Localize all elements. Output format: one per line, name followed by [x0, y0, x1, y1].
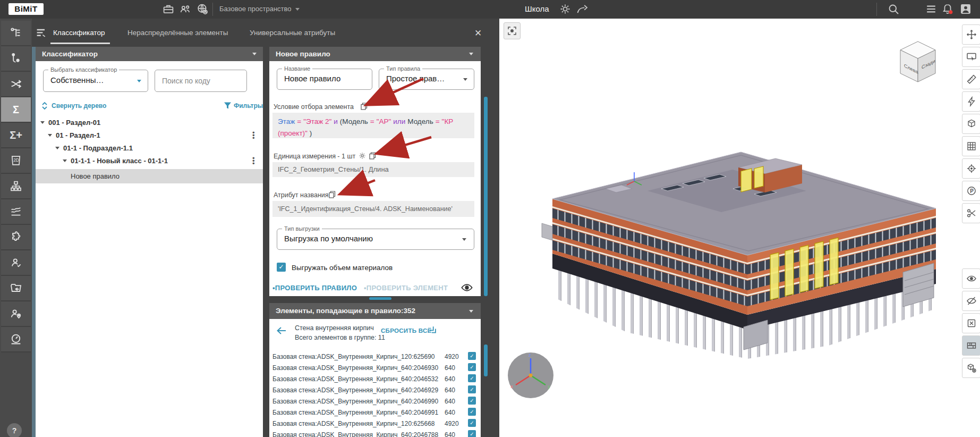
building-model[interactable]	[531, 138, 951, 372]
filters-link[interactable]: Фильтры	[234, 102, 263, 110]
kebab-menu-icon[interactable]: •••	[252, 131, 255, 139]
lightning-icon[interactable]	[962, 91, 980, 112]
collapse-menu-icon[interactable]	[35, 27, 48, 39]
grid-table-icon[interactable]	[962, 136, 980, 156]
classifier-panel-header[interactable]: Классификатор	[36, 47, 263, 61]
element-checkbox[interactable]: ✓	[468, 419, 476, 427]
collapse-tree-link[interactable]: Свернуть дерево	[52, 102, 106, 110]
chevron-down-icon[interactable]	[295, 8, 300, 11]
copy-icon[interactable]	[361, 103, 368, 110]
elements-panel-scrollbar[interactable]	[484, 344, 488, 376]
copy-icon[interactable]	[329, 191, 336, 198]
tree-caret-icon[interactable]	[48, 134, 52, 137]
team-icon[interactable]	[179, 3, 192, 15]
tree-caret-icon[interactable]	[55, 147, 59, 149]
close-icon[interactable]: ✕	[474, 28, 482, 39]
dashboard-gauge-icon[interactable]	[1, 327, 31, 352]
route-point-icon[interactable]	[1, 46, 31, 72]
wall-tool-icon[interactable]	[962, 335, 980, 356]
attribute-value[interactable]: 'IFC_1_Идентификация_Стены/4. ADSK_Наиме…	[272, 201, 474, 217]
help-button[interactable]: ?	[7, 423, 22, 437]
element-checkbox[interactable]: ✓	[468, 397, 476, 405]
cube-settings-icon[interactable]	[962, 358, 980, 378]
condition-expression[interactable]: Этаж="Этаж 2"и(Модель="АР"илиМодель="КР …	[272, 113, 474, 138]
code-search-field[interactable]: Поиск по коду	[155, 70, 247, 92]
unit-value[interactable]: IFC_2_Геометрия_Стены/1. Длина	[272, 162, 474, 177]
reset-all-link[interactable]: СБРОСИТЬ ВСЁ	[381, 327, 432, 334]
share-icon[interactable]	[576, 3, 589, 15]
plugin-puzzle-icon[interactable]	[1, 225, 31, 250]
element-row[interactable]: Базовая стена:ADSK_Внутренняя_Кирпич_120…	[272, 420, 435, 427]
rule-panel-header[interactable]: Новое правило	[269, 47, 481, 61]
user-location-icon[interactable]	[1, 301, 31, 327]
rule-panel-scrollbar[interactable]	[484, 97, 488, 296]
element-row[interactable]: Базовая стена:ADSK_Внутренняя_Кирпич_120…	[272, 353, 435, 360]
list-menu-icon[interactable]	[925, 3, 938, 15]
element-checkbox[interactable]: ✓	[468, 430, 476, 437]
element-checkbox[interactable]: ✓	[468, 408, 476, 416]
tab-classifier[interactable]: Классификатор	[53, 29, 105, 37]
eye-visible-icon[interactable]	[962, 268, 980, 289]
crosshair-target-icon[interactable]	[962, 158, 980, 179]
tree-node-newclass[interactable]: 01-1-1 - Новый класс - 01-1-1	[71, 157, 168, 165]
element-checkbox[interactable]: ✓	[468, 374, 476, 382]
view-cube[interactable]: Слева Сзади	[892, 36, 943, 87]
rule-name-field[interactable]: Название Новое правило	[277, 69, 372, 90]
element-row[interactable]: Базовая стена:ADSK_Внутренняя_Кирпич_640…	[272, 431, 438, 437]
back-arrow-icon[interactable]	[276, 325, 287, 336]
expand-collapse-icon[interactable]	[41, 102, 48, 110]
tree-node-newrule-selected[interactable]: Новое правило	[36, 169, 263, 183]
element-checkbox[interactable]: ✓	[468, 363, 476, 371]
export-type-select[interactable]: Тип выгрузки Выгрузка по умолчанию	[277, 229, 474, 250]
kebab-menu-icon[interactable]: •••	[252, 157, 255, 165]
tree-node-subsection11[interactable]: 01-1 - Подраздел-1.1	[63, 144, 133, 152]
copy-icon[interactable]	[369, 152, 376, 159]
structure-tree-icon[interactable]	[1, 21, 31, 46]
tree-caret-icon[interactable]	[40, 121, 45, 124]
eye-hidden-icon[interactable]	[962, 291, 980, 311]
tree-caret-icon[interactable]	[63, 159, 67, 162]
tree-node-section1[interactable]: 01 - Раздел-1	[56, 131, 100, 139]
scissors-section-icon[interactable]	[962, 203, 980, 223]
sheet-2d-icon[interactable]: 2D	[1, 148, 31, 174]
user-account-icon[interactable]	[959, 3, 972, 15]
rule-type-select[interactable]: Тип правила Простое прав…	[379, 69, 474, 90]
gear-icon[interactable]	[359, 152, 366, 159]
pan-arrows-icon[interactable]	[962, 24, 980, 45]
navigation-gizmo[interactable]: z x y	[506, 351, 555, 400]
box-clear-icon[interactable]	[962, 313, 980, 333]
settings-gear-icon[interactable]	[559, 3, 572, 15]
screen-cursor-icon[interactable]	[962, 47, 980, 67]
iso-cube-icon[interactable]	[962, 114, 980, 134]
shuffle-icon[interactable]	[1, 72, 31, 97]
classifier-select[interactable]: Выбрать классификатор Собственны…	[43, 70, 148, 92]
element-row[interactable]: Базовая стена:ADSK_Внутренняя_Кирпич_640…	[272, 364, 438, 372]
app-logo[interactable]: BiMiT	[8, 3, 44, 15]
chart-waves-icon[interactable]	[1, 199, 31, 225]
element-checkbox[interactable]: ✓	[468, 352, 476, 360]
eye-icon[interactable]	[461, 281, 473, 294]
search-icon[interactable]	[887, 3, 900, 15]
folder-transfer-icon[interactable]	[1, 276, 31, 301]
sum-plus-icon[interactable]: Σ+	[1, 123, 31, 148]
element-row[interactable]: Базовая стена:ADSK_Внутренняя_Кирпич_640…	[272, 375, 438, 383]
notifications-bell-icon[interactable]	[941, 3, 954, 15]
tree-node-section01[interactable]: 001 - Раздел-01	[48, 119, 100, 127]
org-chart-icon[interactable]	[1, 174, 31, 199]
deselect-all-icon[interactable]	[428, 325, 438, 336]
filter-icon[interactable]	[224, 102, 232, 110]
ruler-icon[interactable]	[962, 69, 980, 89]
focus-region-icon[interactable]	[504, 22, 521, 39]
workspace-selector[interactable]: Базовое пространство	[219, 5, 292, 13]
elements-panel-header[interactable]: Элементы, попадающие в правило:352	[269, 303, 481, 319]
element-row[interactable]: Базовая стена:ADSK_Внутренняя_Кирпич_640…	[272, 386, 438, 394]
element-checkbox[interactable]: ✓	[468, 385, 476, 393]
horizontal-scrollbar[interactable]	[369, 297, 391, 300]
user-check-icon[interactable]	[1, 250, 31, 276]
check-element-button[interactable]: •ПРОВЕРИТЬ ЭЛЕМЕНТ	[364, 284, 448, 292]
check-rule-button[interactable]: •ПРОВЕРИТЬ ПРАВИЛО	[272, 284, 357, 292]
tab-unallocated-elements[interactable]: Нераспределённые элементы	[127, 29, 228, 37]
sum-classifier-icon[interactable]: Σ	[1, 97, 31, 123]
materials-checkbox[interactable]: ✓	[277, 263, 286, 272]
parking-circle-icon[interactable]: P	[962, 181, 980, 201]
